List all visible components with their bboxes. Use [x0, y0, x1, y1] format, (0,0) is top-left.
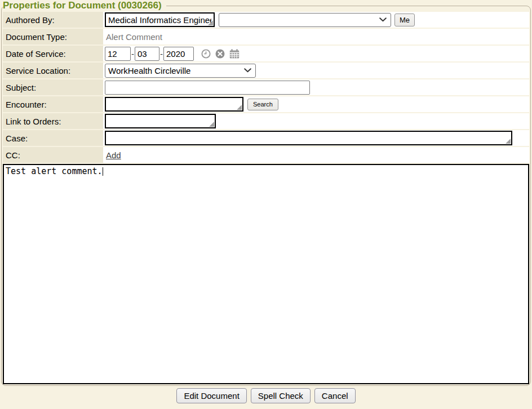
row-document-type: Document Type: Alert Comment — [3, 29, 529, 45]
row-service-location: Service Location: WorkHealth Circleville — [3, 63, 529, 78]
calendar-icon[interactable] — [229, 49, 240, 59]
authored-by-input[interactable] — [105, 12, 215, 27]
case-input[interactable] — [105, 131, 512, 145]
clear-icon[interactable] — [215, 49, 225, 59]
date-separator: - — [131, 49, 134, 59]
service-location-select[interactable]: WorkHealth Circleville — [105, 64, 256, 78]
subject-label: Subject: — [3, 79, 103, 95]
date-month-input[interactable] — [105, 47, 131, 61]
cc-label: CC: — [3, 147, 103, 163]
date-of-service-label: Date of Service: — [3, 46, 103, 61]
date-day-input[interactable] — [135, 47, 159, 61]
page-title: Properties for Document (0030266) — [3, 0, 166, 11]
case-label: Case: — [3, 130, 103, 146]
row-link-to-orders: Link to Orders: — [3, 113, 529, 129]
document-type-label: Document Type: — [3, 29, 103, 45]
row-case: Case: — [3, 130, 529, 146]
cancel-button[interactable]: Cancel — [314, 388, 356, 403]
clock-icon[interactable] — [201, 49, 211, 59]
edit-document-button[interactable]: Edit Document — [176, 388, 246, 403]
document-body-textarea[interactable]: Test alert comment. — [3, 164, 529, 384]
row-date-of-service: Date of Service: - - — [3, 46, 529, 61]
row-encounter: Encounter: Search — [3, 96, 529, 112]
date-year-input[interactable] — [163, 47, 194, 61]
footer-button-bar: Edit Document Spell Check Cancel — [0, 388, 532, 403]
encounter-search-button[interactable]: Search — [247, 99, 278, 110]
authored-by-label: Authored By: — [3, 12, 103, 28]
service-location-label: Service Location: — [3, 63, 103, 78]
encounter-label: Encounter: — [3, 96, 103, 112]
document-body-section: Test alert comment. — [3, 164, 529, 384]
authored-by-assist-select[interactable] — [219, 13, 391, 27]
cc-add-link[interactable]: Add — [105, 150, 121, 160]
row-cc: CC: Add — [3, 147, 529, 163]
row-authored-by: Authored By: Me — [3, 12, 529, 28]
document-type-value: Alert Comment — [105, 32, 162, 42]
encounter-input[interactable] — [105, 97, 243, 112]
document-properties-panel: Properties for Document (0030266) Author… — [1, 0, 531, 386]
row-subject: Subject: — [3, 79, 529, 95]
date-separator: - — [160, 49, 163, 59]
subject-input[interactable] — [105, 81, 310, 95]
text-cursor — [103, 167, 103, 176]
me-button[interactable]: Me — [394, 14, 415, 26]
link-to-orders-label: Link to Orders: — [3, 113, 103, 129]
link-to-orders-input[interactable] — [105, 114, 216, 128]
spell-check-button[interactable]: Spell Check — [251, 388, 311, 403]
